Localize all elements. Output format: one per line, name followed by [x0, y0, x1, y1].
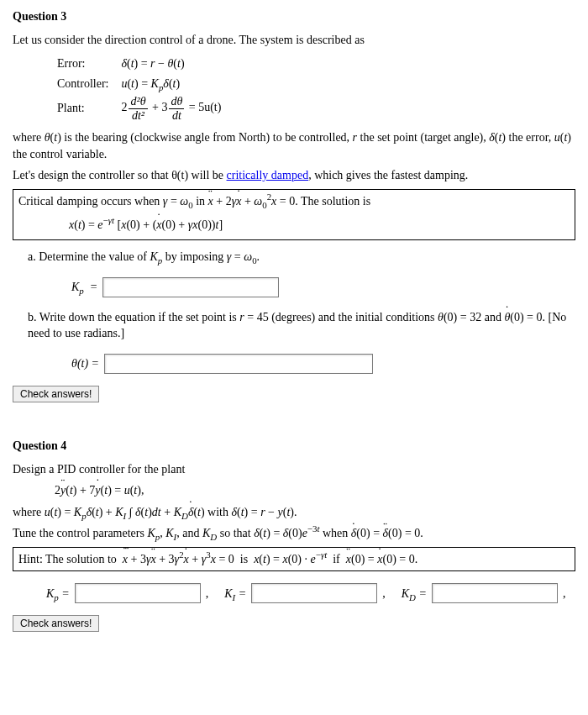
design-post: , which gives the fastest damping. — [308, 169, 468, 181]
plant-rhs: = 5u(t) — [186, 101, 221, 113]
q4-kd-input[interactable] — [432, 583, 558, 603]
plant-eq: 2d²θdt² + 3dθdt = 5u(t) — [120, 94, 222, 123]
critically-damped-link[interactable]: critically damped — [227, 169, 309, 181]
q3-where: where θ(t) is the bearing (clockwise ang… — [13, 129, 575, 162]
q4-where: where u(t) = Kpδ(t) + KI ∫ δ(t)dt + KDδ(… — [13, 504, 575, 521]
q3-intro: Let us consider the direction control of… — [13, 32, 575, 49]
kp-input[interactable] — [102, 277, 279, 297]
plant-frac2-den: dt — [169, 109, 184, 122]
q4-plant-eq: 2y(t) + 7y(t) = u(t), — [55, 482, 575, 499]
comma3: , — [563, 586, 566, 602]
q4-answers-row: Kp = , KI = , KD = , — [46, 583, 575, 603]
plant-frac1-den: dt² — [129, 109, 147, 122]
q3-part-a: a. Determine the value of Kp by imposing… — [28, 249, 575, 265]
q4-check-button[interactable] — [13, 615, 99, 632]
crit-sol: x(t) = e−γt [x(0) + (x(0) + γx(0))t] — [69, 217, 570, 234]
kp-answer-row: Kp = — [71, 277, 575, 297]
controller-eq: u(t) = Kpδ(t) — [120, 75, 222, 93]
plant-label: Plant: — [56, 94, 118, 123]
controller-label: Controller: — [56, 75, 118, 93]
kp-label: Kp = — [71, 279, 97, 296]
crit-line: Critical damping occurs when γ = ω0 in x… — [18, 193, 570, 210]
q3-system-defs: Error: δ(t) = r − θ(t) Controller: u(t) … — [55, 53, 223, 124]
error-label: Error: — [56, 55, 118, 73]
error-eq: δ(t) = r − θ(t) — [120, 55, 222, 73]
q3-critical-box: Critical damping occurs when γ = ω0 in x… — [13, 189, 575, 240]
plant-frac2-num: dθ — [169, 95, 184, 108]
q3-part-b: b. Write down the equation if the set po… — [28, 309, 575, 342]
theta-label: θ(t) = — [71, 355, 99, 372]
theta-input[interactable] — [104, 354, 373, 374]
kp-label-q4: Kp = — [46, 586, 70, 602]
plant-coef1: 2 — [121, 101, 127, 113]
q4-heading: Question 4 — [13, 438, 575, 455]
kd-label-q4: KD = — [402, 586, 427, 602]
design-pre: Let's design the controller so that θ(t)… — [13, 169, 227, 181]
theta-answer-row: θ(t) = — [71, 354, 575, 374]
ki-label-q4: KI = — [224, 586, 246, 602]
q3-heading: Question 3 — [13, 8, 575, 25]
q4-kp-input[interactable] — [75, 583, 201, 603]
q3-design: Let's design the controller so that θ(t)… — [13, 167, 575, 184]
q3-check-button[interactable] — [13, 386, 99, 402]
q4-intro: Design a PID controller for the plant — [13, 461, 575, 478]
comma2: , — [382, 586, 386, 602]
q4-ki-input[interactable] — [251, 583, 377, 603]
plant-frac1-num: d²θ — [129, 95, 147, 108]
comma1: , — [206, 586, 209, 602]
q4-tune: Tune the control parameters Kp, KI, and … — [13, 525, 575, 542]
q4-hint-box: Hint: The solution to x + 3γx + 3γ2x + γ… — [13, 547, 575, 572]
plant-plus: + 3 — [150, 101, 168, 113]
